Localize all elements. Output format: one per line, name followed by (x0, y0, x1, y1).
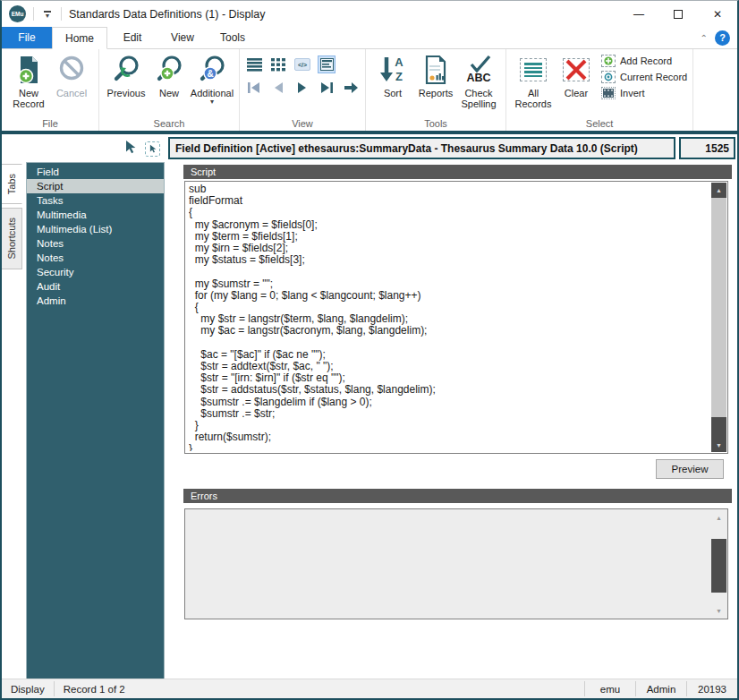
sidebar-item-admin[interactable]: Admin (27, 294, 164, 308)
cancel-label: Cancel (56, 88, 87, 98)
tab-tools[interactable]: Tools (208, 27, 258, 48)
sidebar-item-notes[interactable]: Notes (27, 236, 164, 251)
tab-edit[interactable]: Edit (107, 27, 157, 48)
status-mode: Display (2, 679, 54, 698)
scroll-down-icon[interactable]: ▼ (711, 603, 726, 618)
ribbon-group-select: All Records Clear (506, 49, 693, 131)
grid-view-icon[interactable] (269, 55, 287, 73)
previous-search-icon (111, 54, 141, 86)
sidebar-item-audit[interactable]: Audit (27, 279, 164, 294)
sidebar-item-security[interactable]: Security (27, 265, 164, 279)
group-label-select: Select (506, 118, 692, 129)
next-record-icon[interactable] (293, 79, 311, 97)
svg-text:&: & (207, 69, 213, 79)
clear-selection-label: Clear (565, 88, 588, 98)
check-spelling-icon: ABC (461, 54, 497, 86)
first-record-icon[interactable] (245, 79, 263, 97)
maximize-button[interactable] (658, 1, 698, 27)
code-view-glyph: </> (294, 58, 310, 71)
add-record-icon (601, 55, 616, 67)
title-bar: EMu ▼ Standards Data Definitions (1) - D… (2, 1, 737, 27)
app-window: EMu ▼ Standards Data Definitions (1) - D… (0, 0, 739, 700)
add-record-button[interactable]: Add Record (601, 55, 687, 67)
errors-output[interactable]: ▲ ▼ (184, 508, 728, 619)
invert-selection-label: Invert (620, 88, 645, 98)
side-tab-tabs[interactable]: Tabs (2, 164, 22, 204)
cancel-icon (56, 54, 87, 86)
status-group: Admin (636, 679, 686, 698)
quick-access-dropdown-icon[interactable]: ▼ (41, 11, 54, 18)
app-logo-icon[interactable]: EMu (9, 5, 26, 22)
current-record-button[interactable]: Current Record (601, 71, 687, 83)
code-view-icon[interactable]: </> (293, 55, 311, 73)
new-record-button[interactable]: New Record (7, 51, 50, 109)
check-spelling-label: Check Spelling (457, 88, 500, 109)
scroll-thumb[interactable] (711, 198, 726, 417)
close-button[interactable]: ✕ (698, 1, 737, 27)
add-record-label: Add Record (620, 55, 672, 66)
sort-label: Sort (384, 88, 402, 98)
additional-search-icon: & (197, 54, 227, 86)
reports-label: Reports (419, 88, 454, 98)
additional-search-button[interactable]: & Additional ▾ (191, 51, 234, 106)
scroll-up-icon[interactable]: ▲ (711, 183, 726, 197)
group-label-view: View (240, 118, 365, 129)
invert-selection-button[interactable]: Invert (601, 87, 687, 99)
maximize-icon (674, 10, 683, 19)
status-number: 20193 (687, 679, 737, 698)
main-area: Tabs Shortcuts Field Script Tasks Multim… (2, 162, 737, 679)
group-label-file: File (2, 118, 98, 129)
previous-search-button[interactable]: Previous (105, 51, 148, 98)
errors-scrollbar[interactable]: ▲ ▼ (711, 510, 726, 618)
tab-home[interactable]: Home (52, 27, 107, 49)
sidebar-item-multimedia-list[interactable]: Multimedia (List) (27, 222, 164, 236)
goto-record-icon[interactable] (342, 79, 360, 97)
help-icon[interactable]: ? (715, 30, 730, 46)
scroll-down-icon[interactable]: ▼ (711, 438, 726, 452)
preview-button[interactable]: Preview (656, 459, 724, 479)
collapse-ribbon-icon[interactable]: ⌃ (701, 33, 708, 43)
all-records-button[interactable]: All Records (512, 51, 555, 109)
sidebar-item-multimedia[interactable]: Multimedia (27, 208, 164, 222)
sidebar-item-field[interactable]: Field (27, 165, 164, 179)
details-view-icon[interactable] (318, 55, 336, 73)
record-header-row: Field Definition [Active] ethesaurus:Sum… (2, 134, 737, 162)
ribbon-tab-row: File Home Edit View Tools ⌃ ? (2, 27, 737, 49)
new-search-button[interactable]: New (148, 51, 191, 98)
new-record-icon (13, 54, 44, 86)
tab-view[interactable]: View (157, 27, 208, 48)
sort-icon: A Z (378, 54, 408, 86)
script-editor[interactable]: sub fieldFormat { my $acronym = $fields[… (184, 181, 728, 454)
sidebar-item-tasks[interactable]: Tasks (27, 193, 164, 208)
tab-list-sidebar: Field Script Tasks Multimedia Multimedia… (26, 162, 165, 679)
previous-record-icon[interactable] (269, 79, 287, 97)
pointer-tool-icon[interactable] (123, 140, 138, 158)
svg-text:Z: Z (395, 70, 403, 83)
scroll-up-icon[interactable]: ▲ (711, 510, 726, 525)
ribbon: New Record Cancel File (2, 49, 737, 131)
previous-search-label: Previous (107, 88, 146, 98)
cancel-button[interactable]: Cancel (50, 51, 93, 98)
select-pointer-tool-icon[interactable] (145, 141, 160, 157)
script-scrollbar[interactable]: ▲ ▼ (711, 183, 726, 452)
status-record-count: Record 1 of 2 (55, 679, 134, 698)
ribbon-group-view: </> (240, 49, 366, 131)
tab-file[interactable]: File (2, 27, 52, 48)
list-view-icon[interactable] (245, 55, 263, 73)
sidebar-item-notes-2[interactable]: Notes (27, 251, 164, 265)
new-search-label: New (159, 88, 179, 98)
minimize-button[interactable]: — (619, 1, 658, 27)
last-record-icon[interactable] (318, 79, 336, 97)
scroll-thumb[interactable] (711, 539, 726, 593)
reports-button[interactable]: Reports (414, 51, 457, 98)
script-code[interactable]: sub fieldFormat { my $acronym = $fields[… (189, 184, 709, 451)
svg-text:ABC: ABC (466, 72, 490, 84)
check-spelling-button[interactable]: ABC Check Spelling (457, 51, 500, 109)
additional-dropdown-icon[interactable]: ▾ (210, 98, 214, 106)
sort-button[interactable]: A Z Sort (371, 51, 414, 98)
clear-selection-button[interactable]: Clear (555, 51, 598, 98)
sidebar-item-script[interactable]: Script (27, 179, 164, 193)
new-record-label: New Record (7, 88, 50, 109)
side-tab-shortcuts[interactable]: Shortcuts (2, 208, 22, 269)
ribbon-group-tools: A Z Sort (366, 49, 506, 131)
